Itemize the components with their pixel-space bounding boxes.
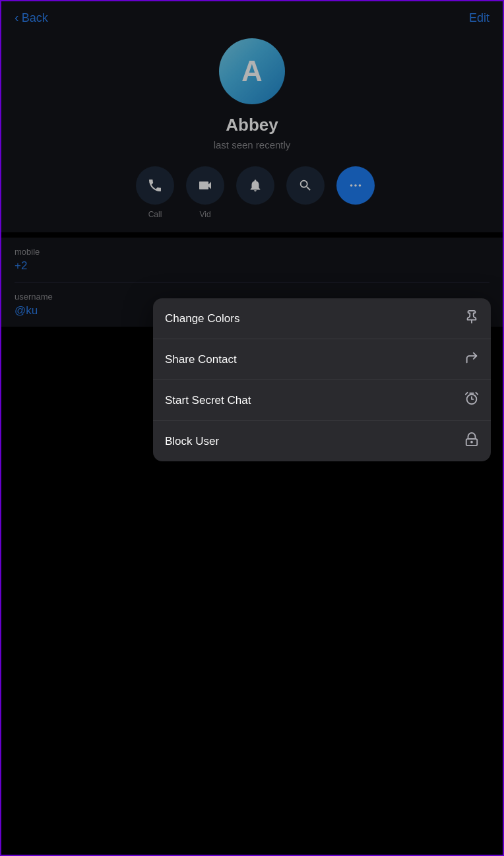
- start-secret-chat-item[interactable]: Start Secret Chat: [153, 380, 491, 421]
- change-colors-item[interactable]: Change Colors: [153, 298, 491, 339]
- block-user-item[interactable]: Block User: [153, 421, 491, 461]
- change-colors-label: Change Colors: [165, 312, 458, 325]
- start-secret-chat-label: Start Secret Chat: [165, 394, 458, 407]
- block-user-label: Block User: [165, 435, 458, 448]
- share-icon: [464, 350, 479, 368]
- block-icon: [464, 432, 479, 450]
- timer-icon: [464, 391, 479, 409]
- svg-point-6: [471, 442, 472, 443]
- share-contact-item[interactable]: Share Contact: [153, 339, 491, 380]
- share-contact-label: Share Contact: [165, 353, 458, 366]
- pin-icon: [464, 310, 479, 327]
- dropdown-menu: Change Colors Share Contact Start Secret…: [153, 298, 491, 461]
